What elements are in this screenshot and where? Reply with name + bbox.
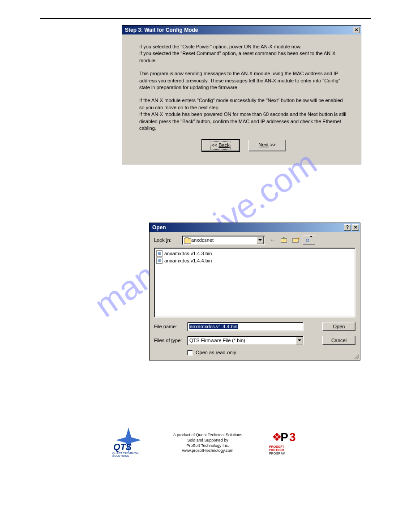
p3-logo: P3 PROSOFT PARTNER PROGRAM [269,431,300,455]
back-label: Back [218,142,229,148]
up-folder-icon: ↰ [281,237,288,243]
filetype-row: Files of type: QTS Firmware File (*.bin)… [154,336,355,345]
chevron-down-icon [310,237,313,243]
readonly-row: Open as read-only [187,350,355,356]
page-footer: QTS QUEST TECHNICAL SOLUTIONS A product … [40,428,371,459]
next-label: Next [258,142,269,147]
up-folder-button[interactable]: ↰ [279,236,289,245]
wizard-text-3: If the AN-X module enters "Config" mode … [139,97,348,132]
views-button[interactable] [303,236,315,245]
p3-line2: PARTNER [269,448,300,452]
open-button-label: Open [333,324,345,329]
lookin-combo[interactable]: anxdcsnet [182,236,265,245]
p3-line1: PROSOFT [269,445,300,449]
back-button[interactable]: << Back [202,140,240,151]
diamond-icon [273,433,281,441]
views-grid-icon [306,239,309,242]
next-suffix: >> [269,142,276,147]
footer-line2: Sold and Supported by [173,438,242,443]
list-item[interactable]: ▦ anxamxdcs.v1.4.4.bin [156,257,353,264]
open-titlebar[interactable]: Open ? ✕ [150,223,360,232]
filename-input[interactable]: anxamxdcs.v1.4.4.bin [187,322,304,331]
back-prefix: << [211,142,218,148]
list-item[interactable]: ▦ anxamxdcs.v1.4.3.bin [156,250,353,257]
filename-row: File name: anxamxdcs.v1.4.4.bin Open [154,322,355,331]
qts-logo-text: QTS [113,442,132,452]
wizard-text-1: If you selected the "Cycle Power" option… [139,43,348,64]
resize-grip-icon[interactable] [353,353,359,359]
cancel-button[interactable]: Cancel [322,336,355,345]
qts-logo-sub: QUEST TECHNICAL SOLUTIONS [112,452,146,457]
lookin-value: anxdcsnet [191,237,257,243]
chevron-down-icon[interactable] [257,236,264,244]
wizard-titlebar[interactable]: Step 3: Wait for Config Mode ✕ [122,26,361,34]
readonly-label: Open as read-only [196,350,236,355]
folder-open-icon [184,237,191,243]
file-icon: ▦ [156,257,163,264]
wizard-body: If you selected the "Cycle Power" option… [122,34,361,164]
footer-line3: ProSoft Technology Inc. [173,443,242,449]
wizard-dialog: Step 3: Wait for Config Mode ✕ If you se… [122,25,361,164]
file-icon: ▦ [156,250,163,257]
filename-value: anxamxdcs.v1.4.4.bin [189,324,238,329]
filetype-combo[interactable]: QTS Firmware File (*.bin) [187,336,304,345]
open-dialog: Open ? ✕ Look in: anxdcsnet ← ↰ ✶ [149,223,360,360]
new-folder-icon: ✶ [292,237,300,243]
cancel-button-label: Cancel [331,338,347,343]
file-label: anxamxdcs.v1.4.3.bin [164,251,212,256]
document-page: manualshive.com Step 3: Wait for Config … [0,0,411,472]
new-folder-button[interactable]: ✶ [291,236,301,245]
file-label: anxamxdcs.v1.4.4.bin [164,258,212,263]
wizard-title: Step 3: Wait for Config Mode [125,27,198,33]
footer-line1: A product of Quest Technical Solutions [173,433,242,438]
arrow-left-icon: ← [270,236,276,244]
file-list[interactable]: ▦ anxamxdcs.v1.4.3.bin ▦ anxamxdcs.v1.4.… [154,248,355,317]
p3-3: 3 [289,431,295,443]
filetype-value: QTS Firmware File (*.bin) [189,338,296,343]
lookin-label: Look in: [154,237,179,243]
open-body: Look in: anxdcsnet ← ↰ ✶ [150,232,360,360]
open-button[interactable]: Open [322,322,355,331]
close-icon[interactable]: ✕ [352,224,359,231]
next-button[interactable]: Next >> [248,140,286,151]
wizard-text-2: This program is now sending messages to … [139,70,348,91]
chevron-down-icon[interactable] [296,337,303,344]
qts-logo: QTS QUEST TECHNICAL SOLUTIONS [111,428,146,459]
back-nav-button[interactable]: ← [268,236,278,245]
footer-line4: www.prosoft-technology.com [173,448,242,454]
help-icon[interactable]: ? [344,224,351,231]
p3-p: P [281,431,288,443]
header-rule [40,18,371,19]
lookin-row: Look in: anxdcsnet ← ↰ ✶ [154,236,355,245]
readonly-checkbox[interactable] [187,350,193,356]
open-title: Open [152,224,166,231]
footer-text: A product of Quest Technical Solutions S… [173,433,242,454]
p3-line3: PROGRAM [269,452,300,455]
wizard-button-row: << Back Next >> [139,138,348,155]
p3-bar: PROSOFT PARTNER PROGRAM [269,444,300,455]
toolbar-icons: ← ↰ ✶ [268,236,315,245]
close-icon[interactable]: ✕ [353,27,360,33]
filetype-label: Files of type: [154,338,187,343]
filename-label: File name: [154,324,187,329]
